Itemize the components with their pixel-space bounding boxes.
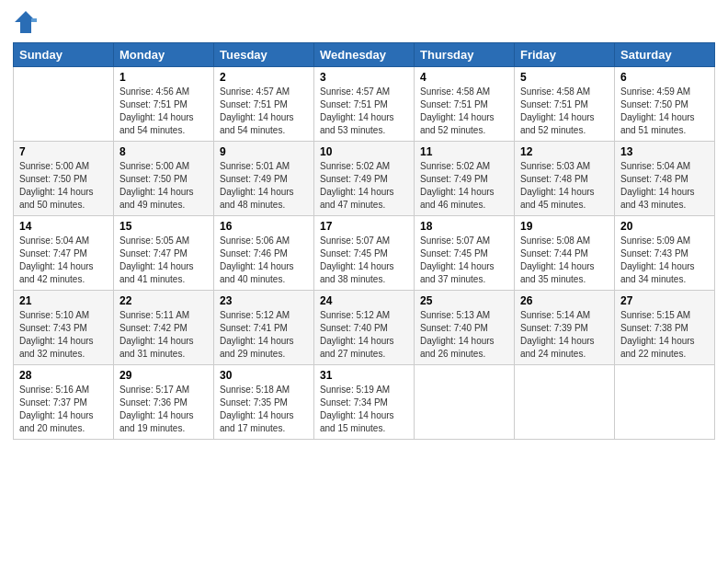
day-number: 14 xyxy=(19,220,108,233)
cell-info: Sunrise: 5:11 AM Sunset: 7:42 PM Dayligh… xyxy=(119,309,208,361)
calendar-cell: 4Sunrise: 4:58 AM Sunset: 7:51 PM Daylig… xyxy=(415,67,515,142)
weekday-header-saturday: Saturday xyxy=(615,43,715,67)
day-number: 15 xyxy=(119,220,208,233)
weekday-header-wednesday: Wednesday xyxy=(314,43,415,67)
page-container: SundayMondayTuesdayWednesdayThursdayFrid… xyxy=(0,0,728,449)
cell-info: Sunrise: 5:07 AM Sunset: 7:45 PM Dayligh… xyxy=(420,235,508,286)
cell-info: Sunrise: 5:16 AM Sunset: 7:37 PM Dayligh… xyxy=(19,384,108,435)
cell-info: Sunrise: 5:06 AM Sunset: 7:46 PM Dayligh… xyxy=(220,235,308,286)
day-number: 26 xyxy=(520,294,609,307)
day-number: 11 xyxy=(420,145,508,158)
day-number: 25 xyxy=(420,294,508,307)
day-number: 7 xyxy=(19,145,108,158)
calendar-cell: 29Sunrise: 5:17 AM Sunset: 7:36 PM Dayli… xyxy=(114,365,214,440)
cell-info: Sunrise: 4:57 AM Sunset: 7:51 PM Dayligh… xyxy=(320,86,408,137)
cell-info: Sunrise: 5:12 AM Sunset: 7:41 PM Dayligh… xyxy=(220,309,308,361)
calendar-week-4: 21Sunrise: 5:10 AM Sunset: 7:43 PM Dayli… xyxy=(14,291,715,365)
cell-info: Sunrise: 5:12 AM Sunset: 7:40 PM Dayligh… xyxy=(320,309,408,361)
weekday-header-row: SundayMondayTuesdayWednesdayThursdayFrid… xyxy=(14,43,715,67)
calendar-cell: 14Sunrise: 5:04 AM Sunset: 7:47 PM Dayli… xyxy=(14,216,114,291)
calendar-week-2: 7Sunrise: 5:00 AM Sunset: 7:50 PM Daylig… xyxy=(14,142,715,216)
weekday-header-tuesday: Tuesday xyxy=(214,43,314,67)
calendar-cell: 21Sunrise: 5:10 AM Sunset: 7:43 PM Dayli… xyxy=(14,291,114,365)
day-number: 5 xyxy=(520,71,609,84)
calendar-cell: 23Sunrise: 5:12 AM Sunset: 7:41 PM Dayli… xyxy=(214,291,314,365)
cell-info: Sunrise: 5:08 AM Sunset: 7:44 PM Dayligh… xyxy=(520,235,609,286)
cell-info: Sunrise: 5:19 AM Sunset: 7:34 PM Dayligh… xyxy=(320,384,408,435)
calendar-cell: 30Sunrise: 5:18 AM Sunset: 7:35 PM Dayli… xyxy=(214,365,314,440)
weekday-header-monday: Monday xyxy=(114,43,214,67)
calendar-cell: 27Sunrise: 5:15 AM Sunset: 7:38 PM Dayli… xyxy=(615,291,715,365)
calendar-cell xyxy=(515,365,615,440)
day-number: 1 xyxy=(119,71,208,84)
calendar-cell: 7Sunrise: 5:00 AM Sunset: 7:50 PM Daylig… xyxy=(14,142,114,216)
day-number: 6 xyxy=(620,71,709,84)
calendar-cell: 8Sunrise: 5:00 AM Sunset: 7:50 PM Daylig… xyxy=(114,142,214,216)
day-number: 20 xyxy=(620,220,709,233)
header xyxy=(13,9,715,35)
cell-info: Sunrise: 5:10 AM Sunset: 7:43 PM Dayligh… xyxy=(19,309,108,361)
cell-info: Sunrise: 5:04 AM Sunset: 7:48 PM Dayligh… xyxy=(620,160,709,212)
calendar-cell: 11Sunrise: 5:02 AM Sunset: 7:49 PM Dayli… xyxy=(415,142,515,216)
cell-info: Sunrise: 5:03 AM Sunset: 7:48 PM Dayligh… xyxy=(520,160,609,212)
day-number: 19 xyxy=(520,220,609,233)
cell-info: Sunrise: 5:18 AM Sunset: 7:35 PM Dayligh… xyxy=(220,384,308,435)
weekday-header-friday: Friday xyxy=(515,43,615,67)
cell-info: Sunrise: 5:09 AM Sunset: 7:43 PM Dayligh… xyxy=(620,235,709,286)
calendar-cell xyxy=(14,67,114,142)
day-number: 31 xyxy=(320,369,408,382)
cell-info: Sunrise: 5:07 AM Sunset: 7:45 PM Dayligh… xyxy=(320,235,408,286)
day-number: 9 xyxy=(220,145,308,158)
calendar-cell: 9Sunrise: 5:01 AM Sunset: 7:49 PM Daylig… xyxy=(214,142,314,216)
cell-info: Sunrise: 4:56 AM Sunset: 7:51 PM Dayligh… xyxy=(119,86,208,137)
calendar-cell: 5Sunrise: 4:58 AM Sunset: 7:51 PM Daylig… xyxy=(515,67,615,142)
day-number: 29 xyxy=(119,369,208,382)
calendar-cell: 26Sunrise: 5:14 AM Sunset: 7:39 PM Dayli… xyxy=(515,291,615,365)
calendar-cell: 31Sunrise: 5:19 AM Sunset: 7:34 PM Dayli… xyxy=(314,365,415,440)
cell-info: Sunrise: 5:05 AM Sunset: 7:47 PM Dayligh… xyxy=(119,235,208,286)
cell-info: Sunrise: 4:58 AM Sunset: 7:51 PM Dayligh… xyxy=(520,86,609,137)
weekday-header-thursday: Thursday xyxy=(415,43,515,67)
calendar-cell: 16Sunrise: 5:06 AM Sunset: 7:46 PM Dayli… xyxy=(214,216,314,291)
calendar-week-5: 28Sunrise: 5:16 AM Sunset: 7:37 PM Dayli… xyxy=(14,365,715,440)
weekday-header-sunday: Sunday xyxy=(14,43,114,67)
calendar-cell xyxy=(415,365,515,440)
calendar-cell: 24Sunrise: 5:12 AM Sunset: 7:40 PM Dayli… xyxy=(314,291,415,365)
calendar-cell: 10Sunrise: 5:02 AM Sunset: 7:49 PM Dayli… xyxy=(314,142,415,216)
day-number: 18 xyxy=(420,220,508,233)
cell-info: Sunrise: 4:59 AM Sunset: 7:50 PM Dayligh… xyxy=(620,86,709,137)
cell-info: Sunrise: 5:02 AM Sunset: 7:49 PM Dayligh… xyxy=(420,160,508,212)
cell-info: Sunrise: 5:02 AM Sunset: 7:49 PM Dayligh… xyxy=(320,160,408,212)
day-number: 28 xyxy=(19,369,108,382)
calendar-cell: 15Sunrise: 5:05 AM Sunset: 7:47 PM Dayli… xyxy=(114,216,214,291)
day-number: 8 xyxy=(119,145,208,158)
day-number: 4 xyxy=(420,71,508,84)
calendar-cell: 17Sunrise: 5:07 AM Sunset: 7:45 PM Dayli… xyxy=(314,216,415,291)
day-number: 12 xyxy=(520,145,609,158)
day-number: 16 xyxy=(220,220,308,233)
calendar-cell: 25Sunrise: 5:13 AM Sunset: 7:40 PM Dayli… xyxy=(415,291,515,365)
day-number: 30 xyxy=(220,369,308,382)
cell-info: Sunrise: 5:01 AM Sunset: 7:49 PM Dayligh… xyxy=(220,160,308,212)
calendar-cell: 19Sunrise: 5:08 AM Sunset: 7:44 PM Dayli… xyxy=(515,216,615,291)
cell-info: Sunrise: 5:04 AM Sunset: 7:47 PM Dayligh… xyxy=(19,235,108,286)
day-number: 23 xyxy=(220,294,308,307)
calendar-cell: 13Sunrise: 5:04 AM Sunset: 7:48 PM Dayli… xyxy=(615,142,715,216)
day-number: 22 xyxy=(119,294,208,307)
day-number: 10 xyxy=(320,145,408,158)
calendar-week-1: 1Sunrise: 4:56 AM Sunset: 7:51 PM Daylig… xyxy=(14,67,715,142)
calendar-cell: 6Sunrise: 4:59 AM Sunset: 7:50 PM Daylig… xyxy=(615,67,715,142)
cell-info: Sunrise: 4:58 AM Sunset: 7:51 PM Dayligh… xyxy=(420,86,508,137)
calendar-week-3: 14Sunrise: 5:04 AM Sunset: 7:47 PM Dayli… xyxy=(14,216,715,291)
calendar-cell: 12Sunrise: 5:03 AM Sunset: 7:48 PM Dayli… xyxy=(515,142,615,216)
calendar-cell: 20Sunrise: 5:09 AM Sunset: 7:43 PM Dayli… xyxy=(615,216,715,291)
calendar-cell xyxy=(615,365,715,440)
cell-info: Sunrise: 5:17 AM Sunset: 7:36 PM Dayligh… xyxy=(119,384,208,435)
svg-marker-1 xyxy=(31,18,37,22)
calendar-cell: 1Sunrise: 4:56 AM Sunset: 7:51 PM Daylig… xyxy=(114,67,214,142)
day-number: 3 xyxy=(320,71,408,84)
calendar-cell: 18Sunrise: 5:07 AM Sunset: 7:45 PM Dayli… xyxy=(415,216,515,291)
calendar-table: SundayMondayTuesdayWednesdayThursdayFrid… xyxy=(13,42,715,440)
cell-info: Sunrise: 5:13 AM Sunset: 7:40 PM Dayligh… xyxy=(420,309,508,361)
logo xyxy=(13,9,42,35)
